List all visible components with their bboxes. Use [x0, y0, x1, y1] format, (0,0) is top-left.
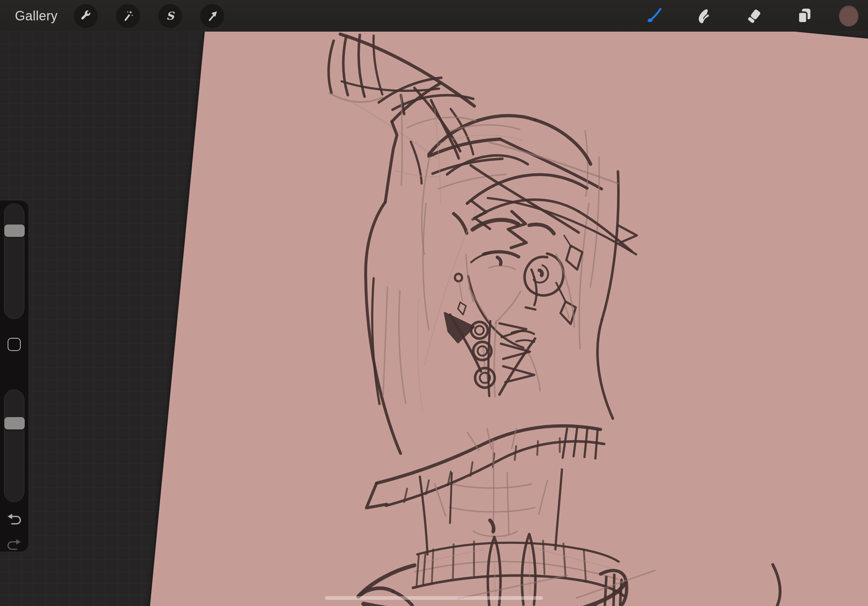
brush-opacity-slider[interactable] [4, 390, 24, 502]
redo-button[interactable] [5, 537, 23, 553]
redo-icon [6, 538, 23, 553]
brush-size-slider[interactable] [4, 204, 24, 319]
right-tool-group [629, 0, 868, 32]
selection-button[interactable]: S [158, 4, 182, 28]
transform-button[interactable] [200, 4, 224, 28]
home-indicator[interactable] [325, 596, 543, 600]
drawing-canvas[interactable] [0, 0, 868, 606]
paint-tool-button[interactable] [629, 0, 679, 32]
smudge-tool-button[interactable] [679, 0, 729, 32]
wrench-icon [80, 10, 92, 22]
layers-button[interactable] [779, 0, 829, 32]
color-swatch [839, 5, 859, 26]
layers-icon [796, 7, 813, 25]
magic-wand-icon [122, 10, 134, 22]
s-curve-icon: S [164, 10, 176, 22]
undo-button[interactable] [5, 512, 23, 528]
top-toolbar: Gallery S [0, 0, 868, 32]
adjustments-button[interactable] [116, 4, 140, 28]
smudge-finger-icon [695, 7, 713, 25]
left-tool-group: S [74, 4, 224, 28]
color-button[interactable] [829, 0, 868, 32]
erase-tool-button[interactable] [729, 0, 779, 32]
svg-text:S: S [166, 10, 175, 22]
undo-icon [6, 513, 23, 527]
paintbrush-icon [645, 7, 663, 25]
modify-button[interactable] [8, 338, 21, 351]
actions-button[interactable] [74, 4, 98, 28]
brush-size-handle[interactable] [5, 224, 25, 237]
gallery-button[interactable]: Gallery [15, 8, 58, 24]
brush-sidebar [0, 201, 28, 552]
brush-opacity-handle[interactable] [5, 417, 25, 430]
eraser-icon [746, 7, 763, 25]
arrow-cursor-icon [206, 10, 219, 22]
